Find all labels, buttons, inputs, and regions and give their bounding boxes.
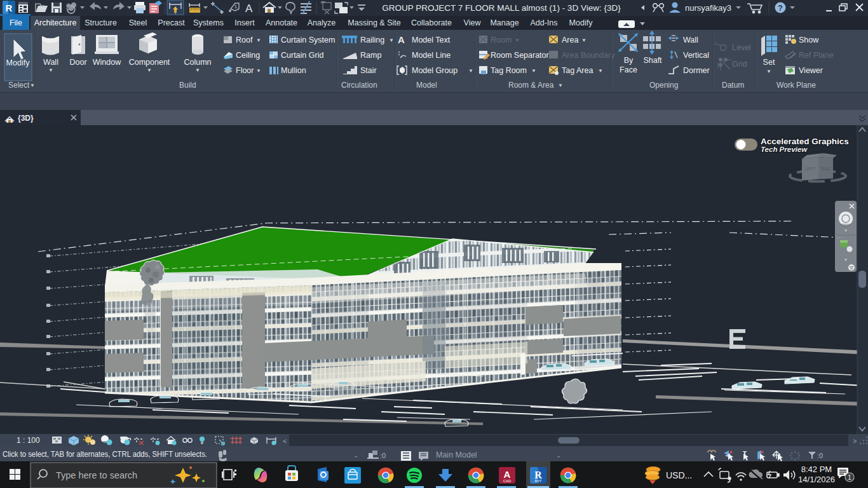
svg-text:Column: Column [184, 58, 211, 67]
svg-text:Tag Area: Tag Area [562, 66, 593, 75]
svg-text:▼: ▼ [598, 68, 603, 74]
svg-text:By: By [624, 56, 634, 65]
svg-text:Model Text: Model Text [412, 36, 451, 44]
svg-text:Door: Door [69, 58, 86, 67]
svg-text:▼: ▼ [558, 83, 563, 88]
svg-text:Dormer: Dormer [683, 66, 710, 75]
svg-text::0: :0 [380, 452, 386, 459]
svg-text:Window: Window [93, 58, 121, 67]
svg-text:Set: Set [763, 58, 775, 67]
svg-text:▼: ▼ [389, 37, 394, 43]
svg-text:▼: ▼ [147, 67, 152, 73]
svg-text:RVT: RVT [535, 479, 543, 483]
svg-text:Roof: Roof [236, 36, 253, 44]
svg-text:>: > [853, 437, 857, 445]
svg-text:LEFT: LEFT [804, 166, 816, 171]
svg-text:Face: Face [620, 65, 637, 74]
svg-text:Show: Show [799, 36, 819, 44]
svg-text:?: ? [778, 4, 782, 13]
svg-text:▼: ▼ [581, 37, 587, 43]
svg-text:Model Group: Model Group [412, 66, 458, 75]
svg-text:CAD: CAD [503, 479, 512, 483]
svg-text:Mullion: Mullion [281, 66, 306, 75]
svg-text:▼: ▼ [766, 69, 771, 74]
svg-text:Viewer: Viewer [799, 66, 823, 75]
svg-text:Vertical: Vertical [683, 51, 709, 60]
svg-text:⌄: ⌄ [556, 452, 561, 459]
svg-text:Accelerated Graphics: Accelerated Graphics [761, 137, 849, 146]
svg-text:Room Separator: Room Separator [491, 51, 549, 60]
svg-text:Area Boundary: Area Boundary [562, 51, 615, 60]
svg-text:▼: ▼ [256, 68, 261, 74]
svg-text:Tag Room: Tag Room [491, 66, 527, 75]
svg-text:A: A [245, 3, 253, 15]
svg-text:Opening: Opening [649, 81, 678, 90]
svg-text:R: R [6, 3, 13, 13]
svg-text:1: 1 [714, 41, 717, 46]
svg-text:Area: Area [562, 36, 578, 44]
svg-text:Grid: Grid [732, 60, 747, 69]
svg-text:⌄: ⌄ [353, 452, 358, 459]
svg-text:<: < [283, 437, 287, 445]
svg-text:Wall: Wall [683, 36, 698, 44]
svg-text:Room: Room [491, 36, 512, 44]
svg-text:Curtain System: Curtain System [281, 36, 335, 44]
svg-text:{3D}: {3D} [18, 114, 34, 123]
svg-text:14/1/2026: 14/1/2026 [798, 475, 835, 484]
svg-text:▼: ▼ [468, 68, 473, 74]
svg-text:Datum: Datum [722, 81, 744, 90]
svg-text:Model: Model [416, 81, 437, 90]
svg-text:▼: ▼ [256, 37, 261, 43]
svg-text:Floor: Floor [236, 66, 254, 75]
svg-text:1: 1 [848, 473, 851, 481]
svg-text:8:42 PM: 8:42 PM [801, 464, 832, 474]
svg-text:▾: ▾ [844, 228, 847, 233]
svg-text::0: :0 [817, 452, 823, 459]
svg-text:▼: ▼ [515, 37, 520, 43]
svg-text:Model Line: Model Line [412, 51, 451, 60]
svg-text:▼: ▼ [30, 83, 35, 88]
svg-text:Main Model: Main Model [436, 451, 477, 459]
svg-text:▾: ▾ [844, 257, 847, 262]
svg-text:GROUP PROJECT 7 FLOOR MALL alm: GROUP PROJECT 7 FLOOR MALL almost (1) - … [382, 3, 621, 13]
svg-text:Click to select, TAB for alter: Click to select, TAB for alternates, CTR… [3, 450, 207, 459]
svg-text:Tech Preview: Tech Preview [761, 146, 808, 153]
svg-text:Build: Build [179, 81, 196, 90]
svg-text:Ramp: Ramp [360, 51, 381, 60]
svg-text:▼: ▼ [195, 67, 200, 73]
svg-text:Type here to search: Type here to search [56, 470, 137, 480]
svg-text:Select: Select [8, 81, 30, 90]
svg-text:Work Plane: Work Plane [776, 81, 816, 90]
svg-text:USD...: USD... [666, 470, 692, 480]
svg-text:▼: ▼ [48, 67, 53, 73]
svg-text:BAC: BAC [822, 166, 831, 171]
svg-text:Ceiling: Ceiling [236, 51, 260, 60]
svg-text:Circulation: Circulation [341, 81, 377, 90]
svg-text:Railing: Railing [360, 36, 384, 44]
svg-text:1 : 100: 1 : 100 [17, 436, 40, 445]
svg-text:1: 1 [234, 4, 238, 10]
svg-text:A: A [398, 34, 405, 45]
svg-text:A: A [504, 469, 511, 480]
svg-text:Wall: Wall [43, 58, 58, 67]
svg-text:Curtain Grid: Curtain Grid [281, 51, 323, 60]
svg-text:Shaft: Shaft [643, 56, 662, 65]
svg-text:nursyafikay3: nursyafikay3 [685, 3, 731, 13]
svg-text:Component: Component [129, 58, 170, 67]
svg-text:Modify: Modify [6, 58, 31, 67]
svg-text:▼: ▼ [531, 68, 536, 74]
svg-text:Ref Plane: Ref Plane [799, 51, 834, 60]
svg-text:Stair: Stair [360, 66, 377, 75]
svg-text:Room & Area: Room & Area [508, 81, 554, 90]
svg-text:Level: Level [732, 43, 751, 52]
